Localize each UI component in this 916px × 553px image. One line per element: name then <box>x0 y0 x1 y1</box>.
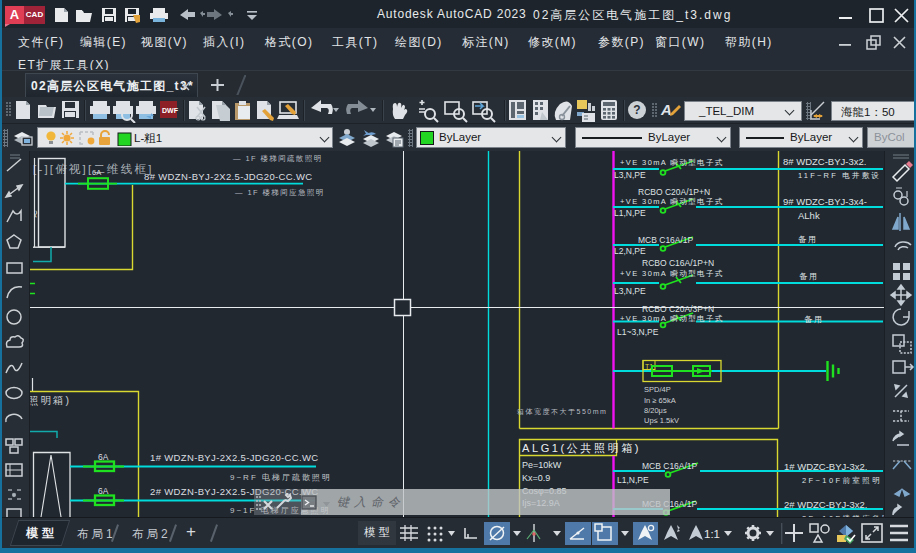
svg-text:2F~10F前室照明: 2F~10F前室照明 <box>802 476 882 485</box>
svg-text:1:1: 1:1 <box>704 528 720 540</box>
svg-text:L1~3,N,PE: L1~3,N,PE <box>617 327 659 337</box>
svg-text:RCBO C16A/1P+N: RCBO C16A/1P+N <box>642 258 714 268</box>
svg-text:A: A <box>660 101 672 118</box>
svg-text:1# WDZC-BYJ-3x2.: 1# WDZC-BYJ-3x2. <box>784 461 867 472</box>
svg-text:— 1F 楼梯间应急照明: — 1F 楼梯间应急照明 <box>235 188 325 197</box>
svg-text:6A: 6A <box>98 452 109 462</box>
svg-text:9# WDZC-BYJ-3x4-: 9# WDZC-BYJ-3x4- <box>783 196 867 207</box>
svg-text:箱体宽度不大于550mm: 箱体宽度不大于550mm <box>516 407 607 416</box>
svg-text:RCBO C20A/1P+N: RCBO C20A/1P+N <box>638 187 710 197</box>
svg-text:L2,N,PE: L2,N,PE <box>614 246 646 256</box>
svg-text:Kx=0.9: Kx=0.9 <box>522 473 550 483</box>
svg-text:ALG1(公共照明箱): ALG1(公共照明箱) <box>522 442 641 454</box>
svg-text:备用: 备用 <box>799 272 819 281</box>
svg-text:6A: 6A <box>92 168 101 177</box>
svg-text:Up≤ 1.5kV: Up≤ 1.5kV <box>644 416 679 425</box>
svg-text:11F~RF 电井敷设: 11F~RF 电井敷设 <box>798 171 881 180</box>
svg-text:备用: 备用 <box>804 315 824 324</box>
svg-text:?: ? <box>633 103 640 117</box>
svg-text:〜: 〜 <box>32 210 41 218</box>
svg-text:8# WDZC-BYJ-3x2.: 8# WDZC-BYJ-3x2. <box>783 156 866 167</box>
svg-text:L1,N,PE: L1,N,PE <box>617 475 649 485</box>
svg-text:备用: 备用 <box>798 235 818 244</box>
svg-text:SPD/4P: SPD/4P <box>644 385 671 394</box>
svg-text:Pe=10kW: Pe=10kW <box>522 460 562 470</box>
svg-text:+VE 30mA 瞬动型电子式: +VE 30mA 瞬动型电子式 <box>620 269 724 278</box>
svg-text:6A: 6A <box>98 486 109 496</box>
svg-text:+VE 30mA 瞬动型电子式: +VE 30mA 瞬动型电子式 <box>620 197 724 206</box>
svg-text:L1,N,PE: L1,N,PE <box>614 208 646 218</box>
svg-text:— 1F 楼梯间疏散照明: — 1F 楼梯间疏散照明 <box>233 154 323 163</box>
svg-text:L3,N,PE: L3,N,PE <box>614 170 646 180</box>
svg-text:照明箱): 照明箱) <box>30 394 71 407</box>
svg-text:MCB C16A/1P: MCB C16A/1P <box>642 461 698 471</box>
svg-text:8/20μs: 8/20μs <box>644 406 667 415</box>
svg-text:9~RF 电梯厅疏散照明: 9~RF 电梯厅疏散照明 <box>230 473 332 482</box>
svg-text:L3,N,PE: L3,N,PE <box>614 286 646 296</box>
svg-text:1# WDZN-BYJ-2X2.5-JDG20-CC.WC: 1# WDZN-BYJ-2X2.5-JDG20-CC.WC <box>150 452 319 463</box>
svg-text:DWF: DWF <box>162 107 179 114</box>
svg-text:RCBO C20A/3P+N: RCBO C20A/3P+N <box>642 304 714 314</box>
svg-text:MCB C16A/1P: MCB C16A/1P <box>638 235 694 245</box>
svg-text:2F~10F楼梯应急照明: 2F~10F楼梯应急照明 <box>802 514 884 517</box>
svg-text:2# WDZC-BYJ-3x2.: 2# WDZC-BYJ-3x2. <box>784 499 867 510</box>
svg-text:ALhk: ALhk <box>798 210 820 221</box>
svg-text:+VE 30mA 瞬动型电子式: +VE 30mA 瞬动型电子式 <box>620 314 724 323</box>
svg-text:In ≥ 65kA: In ≥ 65kA <box>644 396 676 405</box>
svg-text:+VE 30mA 瞬动型电子式: +VE 30mA 瞬动型电子式 <box>620 158 724 167</box>
svg-text:8# WDZN-BYJ-2X2.5-JDG20-CC.WC: 8# WDZN-BYJ-2X2.5-JDG20-CC.WC <box>144 171 313 182</box>
